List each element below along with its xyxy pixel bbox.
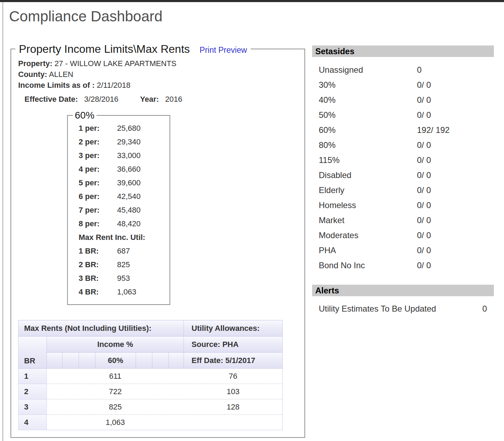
setaside-row-label: 30%	[319, 80, 336, 90]
setaside-row-label: PHA	[319, 246, 336, 255]
max-rent-inc-util-header: Max Rent Inc. Util:	[68, 230, 170, 244]
property-value: 27 - WILLOW LAKE APARTMENTS	[55, 59, 177, 68]
rent-cell: 722	[47, 384, 184, 399]
setaside-row-label: 115%	[319, 155, 340, 165]
income-limit-row-value: 45,480	[117, 206, 141, 215]
income-limit-row-label: 1 per:	[79, 124, 117, 133]
alerts-list: Utility Estimates To Be Updated0	[312, 301, 494, 316]
max-rent-row: 1 BR:687	[68, 244, 170, 258]
br-header-cell: BR	[19, 336, 47, 369]
income-limit-60-box: 60% 1 per:25,6802 per:29,3403 per:33,000…	[67, 109, 170, 305]
spacer-cell	[169, 353, 184, 369]
effective-date-value: 3/28/2016	[84, 95, 118, 104]
alert-row-value: 0	[482, 304, 487, 314]
spacer-cell	[152, 353, 169, 369]
rent-cell: 1,063	[47, 415, 184, 430]
setaside-row: Unassigned0	[312, 62, 494, 77]
setaside-row-value: 0/ 0	[417, 230, 431, 240]
table-header-row-2: BR Income % Source: PHA	[19, 336, 283, 353]
income-limits-line: Income Limits as of : 2/11/2018	[18, 80, 304, 91]
county-line: County: ALLEN	[18, 69, 304, 80]
income-limit-row-label: 8 per:	[79, 219, 117, 228]
county-value: ALLEN	[49, 70, 73, 79]
setaside-row-label: Homeless	[319, 200, 356, 210]
setaside-row: 115%0/ 0	[312, 152, 494, 168]
setasides-header: Setasides	[312, 45, 494, 57]
setaside-row: 80%0/ 0	[312, 137, 494, 152]
income-limit-row-label: 5 per:	[79, 178, 117, 187]
setaside-row: 60%192/ 192	[312, 122, 494, 137]
max-rent-row-label: 4 BR:	[79, 287, 117, 297]
setaside-row-value: 0/ 0	[417, 246, 431, 255]
max-rent-row-label: 3 BR:	[79, 274, 117, 283]
income-limit-row: 2 per:29,340	[68, 135, 170, 149]
table-row: 41,063	[19, 415, 283, 430]
setaside-row: Moderates0/ 0	[312, 228, 494, 243]
max-rents-table: Max Rents (Not Including Utilities): Uti…	[18, 320, 283, 430]
br-cell: 2	[19, 384, 47, 399]
setaside-row-value: 0/ 0	[417, 95, 431, 105]
income-limit-row-value: 48,420	[117, 219, 141, 228]
county-label: County:	[18, 70, 47, 79]
setaside-row-value: 0/ 0	[417, 200, 431, 210]
income-limits-value: 2/11/2018	[97, 81, 130, 90]
effective-date-line: Effective Date:3/28/2016Year:2016	[24, 95, 304, 104]
max-rent-row: 4 BR:1,063	[68, 285, 170, 299]
setaside-row-label: 40%	[319, 95, 336, 105]
income-limit-row-value: 25,680	[117, 124, 141, 133]
property-info: Property: 27 - WILLOW LAKE APARTMENTS Co…	[18, 58, 304, 91]
setaside-row: Bond No Inc0/ 0	[312, 258, 494, 273]
spacer-cell	[47, 353, 63, 369]
max-rent-row-label: 1 BR:	[79, 247, 117, 256]
setaside-row: Market0/ 0	[312, 213, 494, 228]
setaside-row: Homeless0/ 0	[312, 198, 494, 213]
table-header-row-3: 60% Eff Date: 5/1/2017	[19, 353, 283, 369]
income-limit-row: 8 per:48,420	[68, 217, 170, 230]
income-limit-row-value: 29,340	[117, 137, 141, 147]
spacer-cell	[136, 353, 152, 369]
property-label: Property:	[18, 59, 52, 68]
income-limit-row: 3 per:33,000	[68, 149, 170, 162]
income-limit-row-label: 6 per:	[79, 192, 117, 201]
setaside-row-label: Moderates	[319, 230, 358, 240]
income-limit-row: 7 per:45,480	[68, 203, 170, 217]
income-limit-row: 5 per:39,600	[68, 176, 170, 190]
rent-cell: 611	[47, 369, 184, 384]
income-limit-row-value: 39,600	[117, 178, 141, 187]
page-title: Compliance Dashboard	[9, 8, 163, 24]
setaside-row-value: 0/ 0	[417, 261, 431, 270]
setaside-row-label: Disabled	[319, 170, 351, 180]
effective-date-label: Effective Date:	[24, 95, 78, 104]
year-value: 2016	[165, 95, 182, 104]
income-limit-row-label: 2 per:	[79, 137, 117, 147]
right-panel: Setasides Unassigned030%0/ 040%0/ 050%0/…	[312, 45, 494, 316]
alerts-header: Alerts	[312, 285, 494, 296]
page-left-border	[2, 2, 3, 441]
max-rents-header-cell: Max Rents (Not Including Utilities):	[19, 320, 184, 336]
setaside-row-value: 0/ 0	[417, 170, 431, 180]
income-limit-row-label: 4 per:	[79, 165, 117, 174]
panel-title: Property Income Limits\Max Rents	[19, 43, 190, 55]
max-rent-row: 2 BR:825	[68, 258, 170, 271]
setaside-row: 50%0/ 0	[312, 107, 494, 122]
year-label: Year:	[140, 95, 159, 104]
br-cell: 3	[19, 399, 47, 415]
max-rent-row-value: 953	[117, 274, 130, 283]
alert-row: Utility Estimates To Be Updated0	[312, 301, 494, 316]
table-row: 2722103	[19, 384, 283, 399]
br-cell: 1	[19, 369, 47, 384]
rent-cell: 825	[47, 399, 184, 415]
income-limits-label: Income Limits as of :	[18, 81, 95, 90]
setaside-row-value: 0/ 0	[417, 140, 431, 150]
table-row: 3825128	[19, 399, 283, 415]
max-rent-row: 3 BR:953	[68, 271, 170, 285]
income-limit-row: 4 per:36,660	[68, 162, 170, 176]
setaside-row-value: 0/ 0	[417, 110, 431, 120]
income-limit-row-value: 42,540	[117, 192, 141, 201]
income-limit-row-value: 33,000	[117, 151, 141, 160]
income-limit-60-legend: 60%	[73, 109, 96, 121]
utility-cell: 76	[184, 369, 283, 384]
income-limit-row: 1 per:25,680	[68, 121, 170, 135]
print-preview-link[interactable]: Print Preview	[200, 45, 247, 55]
setaside-row-label: Elderly	[319, 185, 344, 195]
